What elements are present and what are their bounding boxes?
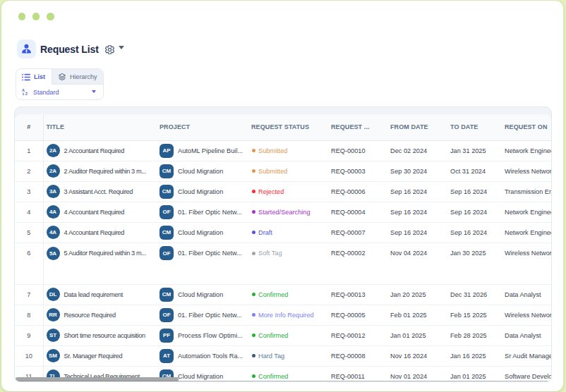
svg-text:Z: Z: [25, 92, 28, 96]
svg-text:A: A: [22, 88, 25, 92]
